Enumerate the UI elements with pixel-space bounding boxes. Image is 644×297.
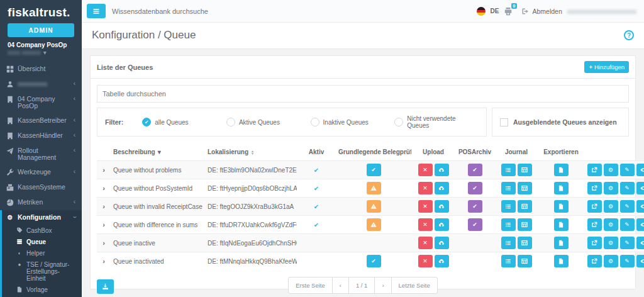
upload-button[interactable] [435, 164, 449, 176]
german-flag-icon[interactable] [477, 7, 486, 16]
help-button[interactable]: ? [624, 30, 634, 40]
receipt-validation-warning-button[interactable] [367, 218, 381, 231]
posarchiv-button[interactable]: ✔ [468, 200, 482, 213]
sidebar-item-werkzeuge[interactable]: Werkzeuge‹ [0, 165, 82, 180]
hidden-queues-checkbox[interactable] [500, 118, 508, 126]
sidebar-subitem-cashbox[interactable]: CashBox [2, 225, 82, 236]
language-label[interactable]: DE [491, 8, 499, 14]
row-expander-icon[interactable]: › [103, 166, 105, 174]
journal-table-button[interactable] [518, 182, 532, 194]
view-queue-button[interactable] [636, 200, 644, 213]
last-page-button[interactable]: Letzte Seite [391, 277, 438, 294]
journal-list-button[interactable] [501, 182, 516, 194]
next-page-button[interactable]: › [374, 277, 391, 294]
journal-list-button[interactable] [501, 200, 516, 213]
export-button[interactable] [554, 255, 569, 267]
sidebar-item-kassenh-ndler[interactable]: KassenHändler‹ [0, 128, 82, 143]
table-search-input[interactable] [97, 85, 629, 103]
edit-queue-button[interactable]: ✎ [620, 164, 635, 176]
upload-button[interactable] [435, 200, 449, 213]
open-queue-button[interactable] [587, 255, 602, 267]
row-expander-icon[interactable]: › [103, 221, 105, 228]
column-header-lokalisierung[interactable]: Lokalisierung▲▼ [205, 143, 297, 161]
sidebar-item-bersicht[interactable]: Übersicht [0, 62, 82, 77]
open-queue-button[interactable] [587, 182, 602, 194]
sidebar-item-xxxxxxxxx[interactable]: xxxxxxxxx‹ [0, 77, 82, 92]
posarchiv-button[interactable]: ✔ [468, 218, 482, 231]
sort-desc-icon[interactable]: ▾ [158, 148, 161, 155]
upload-disabled-button[interactable]: ✕ [418, 182, 433, 194]
filter-radio-aktive-queues[interactable]: Aktive Queues [226, 115, 311, 129]
knowledgebase-search-input[interactable] [112, 8, 470, 15]
filter-radio-inaktive-queues[interactable]: Inaktive Queues [311, 115, 395, 129]
row-expander-icon[interactable]: › [103, 239, 105, 247]
posarchiv-button[interactable]: ✔ [468, 182, 482, 194]
receipt-validation-warning-button[interactable] [367, 182, 381, 194]
upload-disabled-button[interactable]: ✕ [418, 218, 433, 231]
add-queue-button[interactable]: + Hinzufügen [584, 61, 629, 73]
print-queue-button[interactable]: 0 [504, 7, 513, 16]
upload-disabled-button[interactable]: ✕ [418, 164, 433, 176]
edit-queue-button[interactable]: ✎ [620, 200, 635, 213]
journal-table-button[interactable] [518, 200, 532, 213]
journal-table-button[interactable] [518, 218, 532, 231]
sidebar-subitem-tse-signatur-erstellungs-einheit[interactable]: ●TSE / Signatur-Erstellungs-Einheit [2, 259, 82, 284]
export-button[interactable] [554, 182, 569, 194]
edit-queue-button[interactable]: ✎ [620, 182, 635, 194]
view-queue-button[interactable] [636, 237, 644, 249]
upload-button[interactable] [435, 182, 449, 194]
journal-list-button[interactable] [501, 218, 516, 231]
journal-list-button[interactable] [501, 255, 516, 267]
journal-table-button[interactable] [518, 164, 532, 176]
row-expander-icon[interactable]: › [103, 184, 105, 192]
column-header-beschreibung[interactable]: Beschreibung▾ [111, 143, 205, 161]
upload-disabled-button[interactable]: ✕ [418, 200, 433, 213]
row-expander-icon[interactable]: › [103, 257, 105, 265]
sidebar-subitem-queue[interactable]: Queue [2, 236, 82, 247]
upload-button[interactable] [435, 218, 449, 231]
edit-queue-button[interactable]: ✎ [620, 237, 635, 249]
view-queue-button[interactable] [636, 182, 644, 194]
row-expander-icon[interactable]: › [103, 203, 105, 210]
export-button[interactable] [554, 164, 569, 176]
sidebar-subitem-helper[interactable]: ◐Helper [2, 247, 82, 259]
export-button[interactable] [554, 218, 569, 231]
journal-list-button[interactable] [501, 164, 516, 176]
open-queue-button[interactable] [587, 200, 602, 213]
sidebar-item-04-company-posop[interactable]: 04 Company PosOp‹ [0, 92, 82, 113]
admin-role-badge[interactable]: ADMIN [8, 23, 74, 37]
prev-page-button[interactable]: ‹ [332, 277, 349, 294]
open-queue-button[interactable] [587, 237, 602, 249]
first-page-button[interactable]: Erste Seite [288, 277, 332, 294]
sidebar-item-kassensysteme[interactable]: KassenSysteme [0, 180, 82, 195]
edit-queue-button[interactable]: ✎ [620, 255, 635, 267]
upload-button[interactable] [435, 255, 449, 267]
sidebar-item-rollout-management[interactable]: Rollout Management‹ [0, 143, 82, 165]
sidebar-item-metriken[interactable]: Metriken‹ [0, 195, 82, 210]
upload-disabled-button[interactable]: ✕ [418, 255, 433, 267]
receipt-validation-ok-button[interactable]: ✔ [367, 255, 381, 267]
view-queue-button[interactable] [636, 218, 644, 231]
sidebar-subitem-vorlage[interactable]: Vorlage [2, 284, 82, 295]
queue-settings-button[interactable]: ⚙ [604, 200, 618, 213]
user-menu[interactable]: xxxx xxxxxx ▾ [0, 48, 82, 60]
filter-radio-alle-queues[interactable]: ✔alle Queues [142, 115, 226, 129]
upload-disabled-button[interactable]: ✕ [418, 237, 433, 249]
sort-icon[interactable]: ▲▼ [251, 150, 254, 155]
queue-settings-button[interactable]: ⚙ [604, 237, 618, 249]
journal-list-button[interactable] [501, 237, 516, 249]
view-queue-button[interactable] [636, 164, 644, 176]
queue-settings-button[interactable]: ⚙ [604, 218, 618, 231]
menu-toggle-button[interactable] [87, 4, 106, 18]
view-queue-button[interactable] [636, 255, 644, 267]
receipt-validation-warning-button[interactable] [367, 200, 381, 213]
sidebar-item-konfiguration[interactable]: ⚙Konfiguration‹ [2, 210, 82, 225]
sidebar-item-kassenbetreiber[interactable]: KassenBetreiber‹ [0, 113, 82, 128]
filter-radio-nicht-verwendete-queues[interactable]: Nicht verwendete Queues [394, 115, 479, 129]
export-button[interactable] [554, 200, 569, 213]
receipt-validation-ok-button[interactable]: ✔ [367, 164, 381, 176]
journal-table-button[interactable] [518, 237, 532, 249]
queue-settings-button[interactable]: ⚙ [604, 255, 618, 267]
logout-button[interactable]: Abmelden [521, 8, 562, 15]
open-queue-button[interactable] [587, 218, 602, 231]
